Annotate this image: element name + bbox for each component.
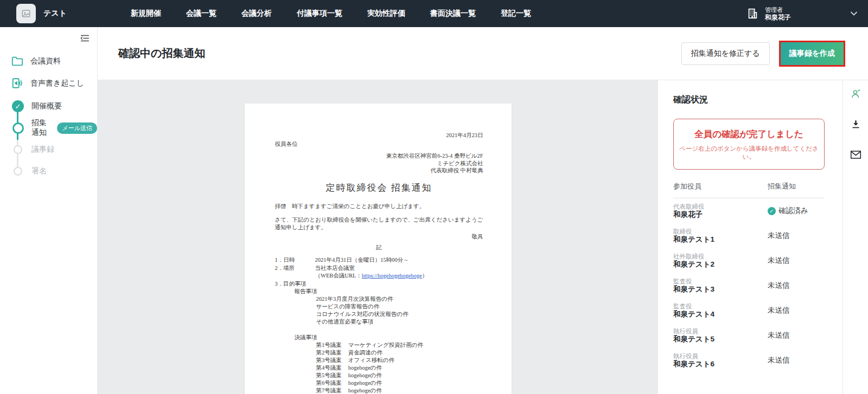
member-role: 執行役員 (673, 352, 768, 360)
member-role: 代表取締役 (673, 203, 768, 210)
org-name: テスト (43, 9, 67, 18)
member-role: 監査役 (673, 277, 768, 285)
confirmed-check-icon: ✓ (768, 207, 776, 215)
doc-report-item: サービスの障害報告の件 (316, 303, 483, 311)
doc-report-item: その他適宜必要な事項 (316, 318, 483, 326)
step-label: 署名 (31, 166, 47, 176)
member-row: 執行役員 和泉テスト6 ✓ 未送信 (673, 348, 825, 373)
topbar-nav-item[interactable]: 付議事項一覧 (297, 9, 342, 18)
member-name: 和泉テスト1 (673, 235, 768, 244)
sidebar-item-label: 会議資料 (30, 56, 61, 66)
step-todo-icon (11, 167, 24, 176)
col-member: 参加役員 (673, 182, 768, 191)
topbar-nav-item[interactable]: 登記一覧 (501, 9, 531, 18)
doc-resolution-item: 第3号議案オフィス移転の件 (316, 357, 483, 364)
right-toolbar (843, 80, 868, 394)
doc-resolution-item: 第2号議案資金調達の件 (316, 349, 483, 357)
page-title: 確認中の招集通知 (118, 46, 205, 61)
topbar-nav-item[interactable]: 実効性評価 (367, 9, 405, 18)
doc-record-marker: 記 (275, 244, 483, 251)
member-status: ✓ 未送信 (768, 356, 825, 365)
member-row: 代表取締役 和泉花子 ✓ 確認済み (673, 198, 825, 223)
sidebar-step-notice[interactable]: 招集通知 メール送信 (0, 117, 97, 139)
member-name: 和泉テスト5 (673, 335, 768, 344)
sidebar-step-signature[interactable]: 署名 (0, 160, 97, 182)
topbar: テスト 新規開催 会議一覧 会議分析 付議事項一覧 実効性評価 書面決議一覧 登… (0, 0, 868, 27)
doc-greeting: 拝啓 時下ますますご清栄のこととお慶び申し上げます。 (275, 203, 483, 210)
topbar-nav-item[interactable]: 会議一覧 (186, 9, 216, 18)
app-logo[interactable] (16, 4, 36, 23)
building-icon (746, 8, 758, 20)
status-text: 未送信 (768, 331, 790, 340)
mail-button[interactable] (850, 148, 861, 160)
member-row: 取締役 和泉テスト1 ✓ 未送信 (673, 223, 825, 248)
member-row: 監査役 和泉テスト4 ✓ 未送信 (673, 298, 825, 323)
doc-resolution-item: 第6号議案hogehogeの件 (316, 379, 483, 387)
member-name: 和泉テスト6 (673, 360, 768, 369)
create-minutes-button[interactable]: 議事録を作成 (781, 42, 844, 65)
doc-report-header: 報告事項 (295, 288, 483, 295)
page-header: 確認中の招集通知 招集通知を修正する 議事録を作成 (98, 27, 868, 80)
topbar-nav-item[interactable]: 書面決議一覧 (430, 9, 476, 18)
sidebar-item-transcription[interactable]: 音声書き起こし (0, 72, 97, 94)
member-role: 取締役 (673, 228, 768, 235)
sidebar-collapse-button[interactable] (80, 34, 90, 44)
notice-document: 2021年4月23日 役員各位 東京都渋谷区神宮前6-23-4 桑野ビル2F ミ… (245, 104, 512, 394)
sidebar-item-meeting-docs[interactable]: 会議資料 (0, 50, 97, 72)
doc-resolution-list: 第1号議案マーケティング投資計画の件 第2号議案資金調達の件 第3号議案オフィス… (316, 341, 483, 394)
doc-place-row: 2．場所当社本店会議室 (275, 264, 483, 272)
highlight-annotation: 議事録を作成 (779, 41, 845, 67)
download-icon (851, 119, 861, 130)
member-table: 参加役員 招集通知 代表取締役 和泉花子 ✓ (673, 182, 825, 373)
alert-subtitle: ページ右上のボタンから議事録を作成してください。 (678, 145, 820, 161)
member-status: ✓ 未送信 (768, 306, 825, 315)
doc-resolution-item: 第1号議案マーケティング投資計画の件 (316, 341, 483, 349)
step-label: 開催概要 (31, 101, 62, 111)
member-name: 和泉花子 (673, 210, 768, 219)
user-menu[interactable]: 管理者 和泉花子 (746, 6, 791, 21)
status-text: 未送信 (768, 356, 790, 365)
member-row: 執行役員 和泉テスト5 ✓ 未送信 (673, 323, 825, 348)
status-text: 未送信 (768, 281, 790, 290)
doc-sender-company: ミチビク株式会社 (275, 160, 483, 167)
col-notice: 招集通知 (768, 182, 825, 191)
edit-notice-button[interactable]: 招集通知を修正する (681, 42, 770, 65)
member-status: ✓ 未送信 (768, 256, 825, 266)
workflow-stepper: ✓ 開催概要 招集通知 メール送信 議事録 署名 (0, 95, 97, 182)
doc-date: 2021年4月23日 (275, 132, 483, 139)
sidebar-item-label: 音声書き起こし (30, 79, 84, 88)
status-text: 未送信 (768, 256, 790, 266)
person-icon (850, 88, 861, 100)
confirmation-status-panel: 確認状況 全員の確認が完了しました ページ右上のボタンから議事録を作成してくださ… (658, 80, 843, 394)
topbar-nav-item[interactable]: 会議分析 (241, 9, 272, 18)
members-button[interactable] (850, 88, 861, 100)
member-role: 執行役員 (673, 327, 768, 335)
doc-addressee: 役員各位 (275, 140, 483, 148)
member-status: ✓ 未送信 (768, 281, 825, 290)
sidebar-step-minutes[interactable]: 議事録 (0, 139, 97, 160)
doc-resolution-item: 第7号議案hogehogeの件 (316, 387, 483, 394)
member-table-header: 参加役員 招集通知 (673, 182, 825, 198)
member-role: 社外取締役 (673, 253, 768, 260)
member-status: ✓ 確認済み (768, 206, 825, 216)
member-status: ✓ 未送信 (768, 331, 825, 340)
download-button[interactable] (850, 118, 861, 130)
sidebar-step-overview[interactable]: ✓ 開催概要 (0, 95, 97, 117)
topbar-nav-item[interactable]: 新規開催 (131, 9, 161, 18)
mail-sent-badge: メール送信 (57, 122, 97, 134)
mail-icon (850, 150, 861, 159)
member-status: ✓ 未送信 (768, 231, 825, 241)
status-text: 未送信 (768, 231, 790, 241)
speaker-doc-icon (11, 77, 23, 89)
user-menu-toggle[interactable] (850, 9, 858, 18)
doc-report-item: コロナウイルス対応の状況報告の件 (316, 311, 483, 318)
web-meeting-link[interactable]: https://hogehogehogehoge (362, 273, 422, 279)
doc-resolution-item: 第4号議案hogehogeの件 (316, 364, 483, 372)
status-panel-title: 確認状況 (673, 94, 825, 106)
doc-weburl-row: （WEB会議URL：https://hogehogehogehoge） (315, 272, 483, 280)
step-label: 招集通知 (31, 118, 49, 138)
topbar-nav: 新規開催 会議一覧 会議分析 付議事項一覧 実効性評価 書面決議一覧 登記一覧 (131, 9, 531, 18)
doc-resolution-item: 第5号議案hogehogeの件 (316, 372, 483, 379)
doc-sender-name: 代表取締役 中村竜典 (275, 167, 483, 175)
user-name: 和泉花子 (765, 14, 791, 21)
